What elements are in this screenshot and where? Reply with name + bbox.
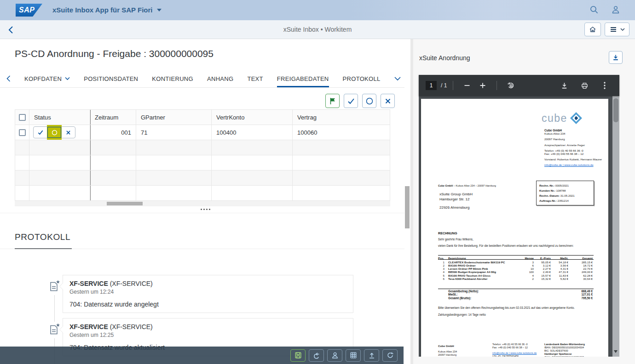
invoice-meta-box: Rechn.-Nr.: 0005/2021 Kunden Nr.: 108788… xyxy=(536,181,594,205)
cell-zeitraum[interactable]: 001 xyxy=(90,125,136,140)
column-header-vertrkonto[interactable]: VertrKonto xyxy=(212,110,293,125)
table-view-button[interactable] xyxy=(346,349,361,362)
empty-cell xyxy=(29,171,90,186)
protokoll-heading-underline xyxy=(15,248,72,249)
sap-logo-text: SAP xyxy=(19,6,35,14)
forward-user-button[interactable] xyxy=(327,349,342,362)
empty-cell xyxy=(29,155,90,171)
column-header-gpartner[interactable]: GPartner xyxy=(136,110,212,125)
tab-freigabedaten[interactable]: FREIGABEDATEN xyxy=(277,70,329,87)
total-row: Gesamt (Brutto):795,50 € xyxy=(438,296,594,300)
refresh-icon xyxy=(387,352,394,359)
status-approve-button[interactable] xyxy=(34,127,47,138)
cube-logo: cube xyxy=(542,111,583,125)
empty-cell xyxy=(136,155,212,171)
tab-label: KOPFDATEN xyxy=(24,75,62,82)
pdf-download-button[interactable] xyxy=(559,80,570,91)
invoice-sender-line: Cube GmbH – Kubus-Allee 234 – 20097 Hamb… xyxy=(438,184,496,187)
pdf-scrollbar[interactable] xyxy=(612,96,619,357)
approve-button[interactable] xyxy=(344,94,358,108)
refresh-button[interactable] xyxy=(382,349,398,362)
empty-cell xyxy=(90,171,136,186)
more-options-button[interactable] xyxy=(599,80,610,91)
cell-vertrkonto[interactable]: 100400 xyxy=(212,125,293,140)
x-icon xyxy=(65,130,71,136)
empty-cell xyxy=(15,155,29,171)
horizontal-scrollbar[interactable] xyxy=(15,201,390,206)
column-header-status[interactable]: Status xyxy=(29,110,90,125)
vertical-scrollbar-thumb[interactable] xyxy=(405,186,410,228)
invoice-doc-title: RECHNUNG xyxy=(438,231,457,235)
empty-cell xyxy=(293,155,390,171)
app-title-label: xSuite Inbox App für SAP Fiori xyxy=(52,6,153,14)
column-header-zeitraum[interactable]: Zeitraum xyxy=(90,110,136,125)
splitter-grip[interactable] xyxy=(201,209,210,210)
tab-kopfdaten[interactable]: KOPFDATEN xyxy=(24,70,70,87)
tab-anhang[interactable]: ANHANG xyxy=(207,70,233,87)
app-title-menu[interactable]: xSuite Inbox App für SAP Fiori xyxy=(52,6,162,14)
cell-gpartner[interactable]: 71 xyxy=(136,125,212,140)
empty-cell xyxy=(15,186,29,201)
tab-label: PROTOKOLL xyxy=(343,75,381,82)
flag-button[interactable] xyxy=(325,94,340,108)
tab-text[interactable]: TEXT xyxy=(247,70,263,87)
footer-company: Cube GmbH Kubus-Allee 234 20097 Hamburg xyxy=(438,345,457,357)
invoice-payment-note: Bitte überweisen Sie den offenen Rechnun… xyxy=(438,306,593,309)
meta-row: Auftrags-Nr.: 2351214 xyxy=(539,198,591,203)
table-empty-row xyxy=(15,171,390,186)
pdf-content-area: cube Cube GmbH Kubus-Allee 234 20097 Ham… xyxy=(419,96,619,357)
tab-positionsdaten[interactable]: POSITIONSDATEN xyxy=(84,70,138,87)
zoom-out-button[interactable] xyxy=(462,80,473,91)
tab-label: ANHANG xyxy=(207,75,233,82)
pdf-page: cube Cube GmbH Kubus-Allee 234 20097 Ham… xyxy=(421,99,608,357)
row-checkbox[interactable] xyxy=(19,129,26,136)
empty-cell xyxy=(90,140,136,155)
select-all-checkbox[interactable] xyxy=(19,114,26,121)
upload-button[interactable] xyxy=(364,349,379,362)
home-button[interactable] xyxy=(584,23,601,36)
pdf-page-input[interactable]: 1 xyxy=(426,81,437,90)
reject-button[interactable] xyxy=(381,94,395,108)
empty-cell xyxy=(136,171,212,186)
invoice-item-row: 2BX100 PAVO Ordner63,12 €3,56 €18,72 € xyxy=(438,263,594,266)
recipient-street: Hamburger Str. 12 xyxy=(439,197,473,202)
column-header-vertrag[interactable]: Vertrag xyxy=(293,110,390,125)
search-icon[interactable] xyxy=(589,5,599,14)
tab-protokoll[interactable]: PROTOKOLL xyxy=(343,70,381,87)
plus-icon xyxy=(479,82,486,89)
vertical-scrollbar[interactable] xyxy=(404,39,410,364)
status-in-process-button-selected[interactable] xyxy=(47,127,61,138)
menu-button[interactable] xyxy=(605,23,629,36)
company-board: Vorstand: Hubertus Kubieki, Hermann Maur… xyxy=(544,158,603,161)
print-button[interactable] xyxy=(579,80,590,91)
rotate-button[interactable] xyxy=(505,80,516,91)
x-icon xyxy=(384,97,392,105)
invoice-item-row: 3Lerzen Ordner PP 80mm Pink102,27 €4,31 … xyxy=(438,267,594,270)
attachment-title: xSuite Anordnung xyxy=(419,54,470,62)
invoice-items-table: Pos.BezeichnungMengeE.-PreisMwSt.Gesamt … xyxy=(438,255,594,280)
save-button[interactable] xyxy=(290,349,306,362)
company-name: Cube GmbH xyxy=(544,129,603,132)
company-fax: Fax: +49 (0) 040 55 66 38 – 12 xyxy=(544,152,603,155)
pdf-viewer: 1 / 1 xyxy=(419,75,619,357)
invoice-item-row: 4BB500 Budget Kopierpapier A4 80g1002,49… xyxy=(438,270,594,273)
user-avatar-icon[interactable] xyxy=(611,5,620,14)
status-reject-button[interactable] xyxy=(61,127,75,138)
table-header-row: Status Zeitraum GPartner VertrKonto Vert… xyxy=(15,109,390,125)
cell-vertrag[interactable]: 100060 xyxy=(293,125,390,140)
log-entry-card: XF-SERVICE (XF-SERVICE) Gestern um 12:24… xyxy=(63,275,353,313)
pdf-scrollbar-thumb[interactable] xyxy=(613,98,618,122)
horizontal-scrollbar-thumb[interactable] xyxy=(107,202,143,205)
empty-cell xyxy=(136,140,212,155)
tab-scroll-left-icon[interactable] xyxy=(6,70,11,87)
tab-kontierung[interactable]: KONTIERUNG xyxy=(152,70,193,87)
sap-logo: SAP xyxy=(16,4,42,17)
download-attachment-button[interactable] xyxy=(609,51,623,64)
zoom-in-button[interactable] xyxy=(477,80,488,91)
undo-button[interactable] xyxy=(309,349,324,362)
in-process-button[interactable] xyxy=(362,94,376,108)
recipient-city: 22926 Ahrensburg xyxy=(439,205,473,210)
scroll-down-arrow-icon[interactable] xyxy=(614,350,618,355)
tabs-overflow-button[interactable] xyxy=(394,70,401,87)
total-row: Gesamtbetrag (Netto):668,49 € xyxy=(438,290,594,293)
